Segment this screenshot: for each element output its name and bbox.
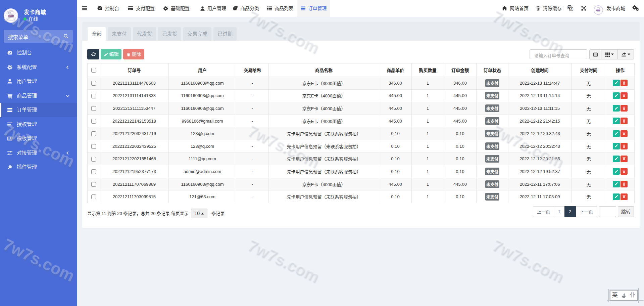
svg-text:A: A xyxy=(570,7,572,11)
